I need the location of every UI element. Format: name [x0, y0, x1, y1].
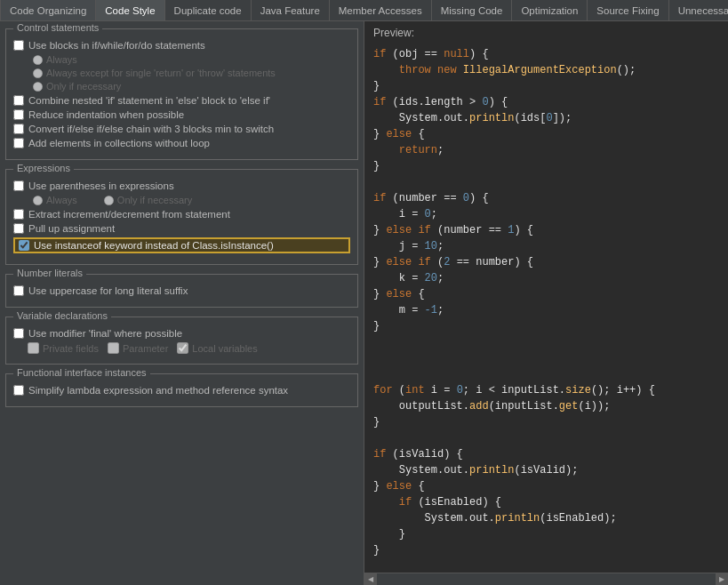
scroll-bottom-inner — [377, 573, 716, 585]
radio-except-input[interactable] — [33, 68, 43, 78]
simplify-lambda-checkbox[interactable] — [13, 385, 24, 396]
radio-always-input[interactable] — [33, 55, 43, 65]
code-line: k = 20; — [373, 270, 719, 286]
checkbox-convert-ifelse: Convert if/else if/else chain with 3 blo… — [13, 124, 350, 134]
main-container: Control statements Use blocks in if/whil… — [0, 21, 728, 585]
checkbox-simplify-lambda: Simplify lambda expression and method re… — [13, 385, 350, 396]
sub-parameter-checkbox[interactable] — [108, 342, 119, 354]
code-line: outputList.add(inputList.get(i)); — [373, 398, 719, 414]
parens-radio-always-input[interactable] — [33, 196, 43, 205]
checkbox-use-final: Use modifier 'final' where possible — [13, 328, 350, 339]
use-blocks-radio-group: Always — [33, 54, 350, 65]
code-line: } else { — [373, 126, 719, 142]
use-final-checkbox[interactable] — [13, 328, 24, 339]
code-line — [373, 430, 719, 446]
radio-except-row: Always except for single 'return' or 'th… — [33, 68, 350, 78]
radio-always-label: Always — [46, 54, 77, 65]
radio-except: Always except for single 'return' or 'th… — [33, 68, 350, 78]
code-line: if (obj == null) { — [373, 46, 719, 62]
code-line — [373, 350, 719, 366]
code-line: } — [373, 318, 719, 334]
code-line: } — [373, 526, 719, 542]
code-line: return; — [373, 142, 719, 158]
preview-header: Preview: — [364, 21, 728, 43]
tab-unnecessary-code[interactable]: Unnecessary Code — [669, 0, 728, 20]
tab-java-feature[interactable]: Java Feature — [252, 0, 330, 20]
sub-private-label: Private fields — [43, 343, 99, 354]
pull-up-checkbox[interactable] — [13, 223, 24, 234]
parens-radio-always: Always — [33, 195, 77, 205]
checkbox-add-elements: Add elements in collections without loop — [13, 138, 350, 148]
extract-incr-label: Extract increment/decrement from stateme… — [28, 209, 230, 220]
sub-local-label: Local variables — [192, 343, 257, 354]
code-line: } else if (2 == number) { — [373, 254, 719, 270]
code-line: m = -1; — [373, 302, 719, 318]
radio-only: Only if necessary — [33, 81, 121, 92]
checkbox-use-parens: Use parentheses in expressions — [13, 180, 350, 191]
code-line: for (int i = 0; i < inputList.size(); i+… — [373, 382, 719, 398]
code-line: } else if (number == 1) { — [373, 222, 719, 238]
section-title-control: Control statements — [13, 22, 102, 33]
code-line: i = 0; — [373, 206, 719, 222]
use-instanceof-checkbox[interactable] — [19, 240, 29, 251]
code-line: } — [373, 158, 719, 174]
add-elements-checkbox[interactable] — [13, 138, 24, 148]
tab-source-fixing[interactable]: Source Fixing — [588, 0, 668, 20]
sub-local-checkbox[interactable] — [177, 342, 188, 354]
section-title-expressions: Expressions — [13, 163, 74, 173]
use-instanceof-label: Use instanceof keyword instead of Class.… — [34, 240, 274, 251]
section-functional-interface: Functional interface instances Simplify … — [5, 373, 358, 407]
combine-nested-checkbox[interactable] — [13, 95, 24, 106]
parens-radio-only-input[interactable] — [104, 196, 114, 205]
section-variable-declarations: Variable declarations Use modifier 'fina… — [5, 317, 358, 365]
tab-optimization[interactable]: Optimization — [512, 0, 588, 20]
simplify-lambda-label: Simplify lambda expression and method re… — [28, 385, 288, 396]
code-preview-area[interactable]: if (obj == null) { throw new IllegalArgu… — [364, 43, 728, 573]
code-line: } else { — [373, 478, 719, 494]
tabs-bar: Code Organizing Code Style Duplicate cod… — [0, 0, 728, 21]
code-line: if (isEnabled) { — [373, 494, 719, 510]
final-sub-options: Private fields Parameter Local variables — [28, 342, 350, 354]
parens-radio-always-label: Always — [46, 195, 77, 205]
code-line — [373, 334, 719, 350]
sub-parameter: Parameter — [108, 342, 168, 354]
scroll-right-arrow[interactable]: ▶ — [716, 573, 728, 586]
use-uppercase-checkbox[interactable] — [13, 285, 24, 296]
code-line — [373, 558, 719, 573]
parens-radio-only: Only if necessary — [104, 195, 192, 205]
sub-private-fields: Private fields — [28, 342, 99, 354]
code-line: System.out.println(isValid); — [373, 462, 719, 478]
tab-duplicate-code[interactable]: Duplicate code — [165, 0, 252, 20]
tab-code-organizing[interactable]: Code Organizing — [0, 0, 96, 20]
code-line: throw new IllegalArgumentException(); — [373, 62, 719, 78]
convert-ifelse-checkbox[interactable] — [13, 124, 24, 134]
tab-code-style[interactable]: Code Style — [96, 0, 164, 20]
parens-radio-group: Always Only if necessary — [33, 195, 350, 205]
use-parens-checkbox[interactable] — [13, 180, 24, 191]
extract-incr-checkbox[interactable] — [13, 209, 24, 220]
sub-private-fields-checkbox[interactable] — [28, 342, 39, 354]
tab-member-accesses[interactable]: Member Accesses — [330, 0, 432, 20]
scroll-left-arrow[interactable]: ◀ — [364, 573, 377, 586]
pull-up-label: Pull up assignment — [28, 223, 115, 234]
section-title-number: Number literals — [13, 268, 86, 278]
convert-ifelse-label: Convert if/else if/else chain with 3 blo… — [28, 124, 274, 134]
sub-parameter-label: Parameter — [123, 343, 168, 354]
code-line: System.out.println(ids[0]); — [373, 110, 719, 126]
radio-only-label: Only if necessary — [46, 81, 121, 92]
highlighted-use-instanceof: Use instanceof keyword instead of Class.… — [13, 237, 350, 253]
section-number-literals: Number literals Use uppercase for long l… — [5, 274, 358, 308]
radio-only-input[interactable] — [33, 82, 43, 92]
use-parens-label: Use parentheses in expressions — [28, 180, 174, 191]
parens-radio-only-label: Only if necessary — [117, 195, 192, 205]
reduce-indent-checkbox[interactable] — [13, 109, 24, 120]
use-blocks-checkbox[interactable] — [13, 40, 24, 51]
number-content: Use uppercase for long literal suffix — [13, 285, 350, 296]
add-elements-label: Add elements in collections without loop — [28, 138, 210, 148]
tab-missing-code[interactable]: Missing Code — [432, 0, 513, 20]
checkbox-use-blocks: Use blocks in if/while/for/do statements — [13, 40, 350, 51]
code-line: } — [373, 78, 719, 94]
combine-nested-label: Combine nested 'if' statement in 'else' … — [28, 95, 270, 106]
checkbox-extract-incr: Extract increment/decrement from stateme… — [13, 209, 350, 220]
section-control-statements: Control statements Use blocks in if/whil… — [5, 28, 358, 160]
